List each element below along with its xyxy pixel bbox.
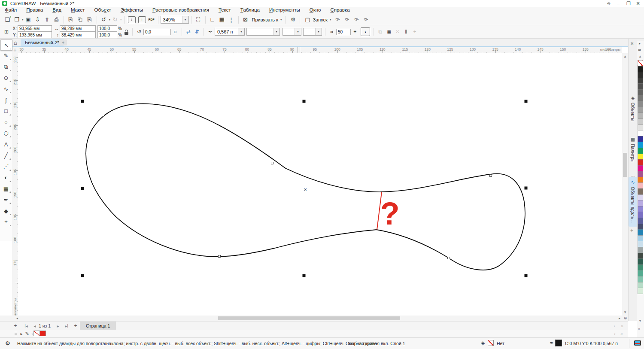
first-page-button[interactable]: ǀ◂ — [22, 322, 30, 330]
color-swatch[interactable] — [638, 264, 643, 271]
color-swatch[interactable] — [638, 224, 643, 230]
selection-handle[interactable] — [525, 100, 528, 103]
close-button[interactable]: ✕ — [635, 0, 641, 6]
launch-dropdown-arrow[interactable]: ▾ — [330, 18, 331, 21]
color-swatch[interactable] — [638, 206, 643, 212]
workspace-brush-icon-4[interactable]: ✑ — [361, 15, 371, 24]
options-gear-icon[interactable]: ⚙ — [288, 15, 298, 24]
rotation-icon[interactable]: ↺ — [135, 27, 143, 36]
position-grid-icon[interactable]: ⊞ — [3, 27, 10, 36]
outline-width-dropdown[interactable]: ▾ — [238, 28, 244, 35]
lock-ratio-icon[interactable] — [125, 32, 128, 35]
menu-Файл[interactable]: Файл — [0, 7, 21, 13]
copy-icon[interactable]: ⎗ — [76, 15, 85, 24]
menu-Объект[interactable]: Объект — [90, 7, 116, 13]
menu-Инструменты[interactable]: Инструменты — [264, 7, 305, 13]
publish-pdf-icon[interactable]: PDF — [149, 18, 155, 21]
color-swatch[interactable] — [638, 241, 643, 247]
eyedropper-tool[interactable]: ✒ — [0, 194, 12, 205]
color-swatch[interactable] — [638, 270, 643, 276]
color-swatch[interactable] — [638, 112, 643, 119]
snap-dropdown-arrow[interactable]: ▾ — [280, 18, 282, 21]
vertical-ruler[interactable]: миллиметры 22522021521020520019519018518… — [12, 53, 18, 316]
color-swatch[interactable] — [638, 154, 643, 160]
color-swatch[interactable] — [638, 95, 643, 102]
scroll-left-arrow[interactable]: ◂ — [14, 316, 20, 321]
palette-strip-flyout-icon[interactable]: ▸ — [639, 42, 641, 46]
x-position-field[interactable]: 93,955 мм — [18, 25, 52, 32]
color-swatch[interactable] — [638, 124, 643, 131]
menu-Эффекты[interactable]: Эффекты — [116, 7, 148, 13]
add-tool-button[interactable]: + — [0, 217, 12, 227]
docker-close-icon[interactable]: ✕ — [630, 41, 634, 46]
color-swatch[interactable] — [638, 136, 643, 143]
zoom-dropdown-arrow[interactable]: ▾ — [182, 16, 188, 23]
dimension-tool[interactable]: ╱ — [0, 150, 12, 161]
drawing-canvas[interactable]: ?× — [18, 53, 622, 316]
flip-vertical-icon[interactable]: ⇵ — [193, 27, 201, 36]
color-swatch[interactable] — [638, 165, 643, 172]
scroll-up-arrow[interactable]: ▲ — [622, 54, 628, 59]
align-distribute-icon[interactable]: ⁙ — [394, 27, 401, 36]
launch-dropdown[interactable]: ▢Запуск▾ — [302, 15, 333, 24]
paste-icon[interactable]: ⎘ — [66, 15, 76, 24]
rotation-angle-field[interactable]: 0,0 — [143, 29, 171, 35]
smoothness-field[interactable]: 50 — [336, 29, 351, 35]
undo-icon[interactable]: ↺ — [99, 15, 109, 24]
show-rulers-icon[interactable]: ∟ — [208, 15, 217, 24]
cloud-download-icon[interactable]: ⇩ — [33, 15, 43, 24]
end-arrowhead-combo-dropdown[interactable]: ▾ — [315, 28, 322, 35]
menu-Текст[interactable]: Текст — [214, 7, 236, 13]
palette-expand-icon[interactable]: » — [638, 327, 640, 331]
flip-horizontal-icon[interactable]: ⇄ — [185, 27, 192, 36]
fill-none-swatch[interactable] — [488, 340, 494, 346]
rectangle-tool[interactable]: □ — [0, 106, 12, 116]
selection-handle[interactable] — [81, 100, 84, 103]
line-style-dropdown[interactable]: ▾ — [273, 28, 279, 35]
zoom-tool[interactable]: ⊙ — [0, 73, 12, 83]
docker-tab-Объекты[interactable]: ◈Объекты — [629, 95, 637, 130]
menu-Макет[interactable]: Макет — [66, 7, 90, 13]
selection-handle[interactable] — [81, 187, 84, 190]
color-swatch[interactable] — [638, 130, 643, 137]
color-swatch[interactable] — [638, 171, 643, 177]
fullscreen-preview-icon[interactable]: ⛶ — [194, 15, 203, 24]
vertical-scroll-thumb[interactable] — [623, 153, 627, 177]
export-icon[interactable]: ↑ — [138, 16, 146, 23]
color-swatch[interactable] — [638, 177, 643, 183]
ruler-origin-corner[interactable]: ✛ — [12, 47, 18, 53]
curve-node[interactable] — [448, 257, 450, 259]
zoom-level-combo[interactable]: 349%▾ — [161, 16, 189, 24]
interactive-fill-tool[interactable]: ◐ — [0, 173, 12, 183]
no-color-swatch[interactable] — [33, 331, 40, 336]
color-swatch[interactable] — [638, 142, 643, 148]
menu-Вид[interactable]: Вид — [48, 7, 66, 13]
palette-flyout-icon[interactable]: ▸ — [19, 330, 24, 337]
color-swatch[interactable] — [638, 276, 643, 282]
color-swatch[interactable] — [638, 101, 643, 107]
color-swatch[interactable] — [638, 148, 643, 154]
color-swatch[interactable] — [638, 229, 643, 236]
pick-tool[interactable]: ↖ — [0, 39, 12, 51]
color-swatch[interactable] — [638, 78, 643, 84]
no-color-swatch[interactable] — [638, 60, 643, 67]
snap-to-dropdown[interactable]: Привязать к▾ — [250, 17, 284, 22]
customize-propbar-icon[interactable]: + — [411, 27, 419, 36]
document-tab[interactable]: Безымянный-2* — [21, 39, 64, 46]
mesh-fill-tool[interactable]: ▦ — [0, 183, 12, 194]
group-objects-icon[interactable]: ⧉ — [377, 27, 384, 36]
start-arrowhead-combo[interactable]: ▾ — [283, 28, 301, 36]
polygon-tool[interactable]: ⬡ — [0, 128, 12, 138]
color-swatch[interactable] — [638, 118, 643, 125]
selection-handle[interactable] — [525, 187, 528, 190]
end-arrowhead-combo[interactable]: ▾ — [303, 28, 322, 36]
selection-handle[interactable] — [303, 274, 306, 277]
color-proof-monitor-icon[interactable] — [634, 340, 641, 346]
palette-scroll-down-icon[interactable]: ▼ — [638, 319, 642, 323]
color-swatch[interactable] — [638, 218, 643, 224]
y-position-field[interactable]: 193,965 мм — [18, 32, 52, 38]
new-document-icon[interactable]: ❏+ — [3, 15, 12, 24]
menu-Справка[interactable]: Справка — [325, 7, 354, 13]
curve-node[interactable] — [102, 114, 104, 116]
line-style-combo[interactable]: ▾ — [246, 28, 280, 36]
